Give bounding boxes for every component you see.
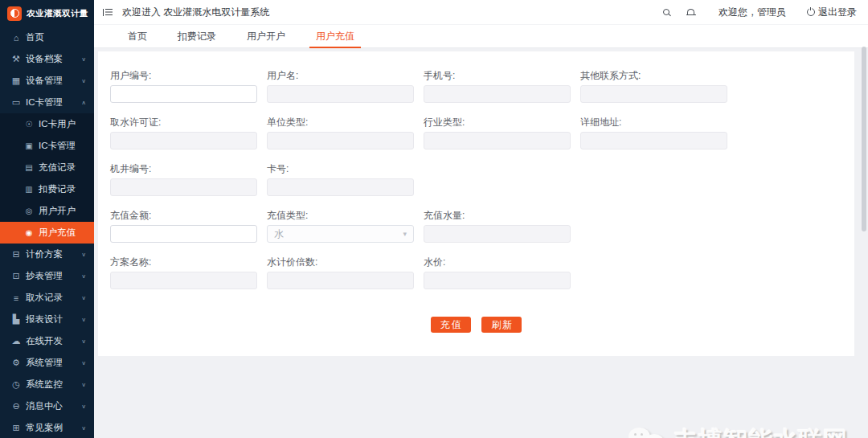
message-icon: ⊖ (10, 401, 22, 411)
sidebar-item-system-manage[interactable]: ⚙ 系统管理 ∨ (0, 352, 94, 374)
field-label: 取水许可证: (110, 116, 257, 125)
field-label: 水价: (424, 256, 571, 265)
submenu-item-deduct-record[interactable]: ▥ 扣费记录 (0, 178, 94, 200)
meter-reading-icon: ⊡ (10, 271, 22, 281)
chevron-down-icon: ∨ (81, 317, 86, 323)
user-greeting: 欢迎您，管理员 (719, 6, 786, 19)
recharge-water-volume-input (424, 225, 571, 243)
user-search-icon: ☉ (23, 120, 35, 129)
bell-icon[interactable] (687, 9, 694, 15)
water-record-icon: ≡ (10, 293, 22, 303)
gear-icon: ⚙ (10, 358, 22, 368)
address-input (580, 132, 727, 149)
sidebar-item-label: 抄表管理 (26, 270, 63, 282)
welcome-text: 欢迎进入 农业灌溉水电双计量系统 (122, 6, 269, 19)
field-label: 用户编号: (110, 69, 257, 79)
content-area: 用户编号: 用户名: 手机号: 其他联系方式: 取水许可证: 单位类型: 行业类… (94, 48, 868, 438)
sidebar-item-pricing-plan[interactable]: ⊟ 计价方案 ∨ (0, 244, 94, 265)
field-label: 单位类型: (267, 116, 414, 125)
sidebar-item-report-design[interactable]: ▙ 报表设计 ∨ (0, 309, 94, 330)
sidebar-item-label: 设备档案 (26, 53, 63, 65)
cases-icon: ⊞ (10, 423, 22, 433)
industry-type-input (424, 132, 571, 149)
sidebar-item-meter-reading[interactable]: ⊡ 抄表管理 ∨ (0, 265, 94, 287)
well-number-input (110, 178, 257, 196)
sidebar-item-online-dev[interactable]: ☁ 在线开发 ∨ (0, 330, 94, 352)
sidebar-item-common-cases[interactable]: ⊞ 常见案例 ∨ (0, 417, 94, 438)
wechat-icon (628, 426, 665, 438)
submenu-item-user-recharge[interactable]: ◉ 用户充值 (0, 222, 94, 244)
user-name-input (267, 85, 414, 103)
submenu-item-label: 用户充值 (39, 227, 76, 239)
recharge-button[interactable]: 充值 (431, 317, 471, 333)
sidebar-item-label: 消息中心 (26, 400, 63, 412)
chevron-down-icon: ∨ (81, 56, 86, 63)
user-number-input[interactable] (110, 85, 257, 103)
top-header: 欢迎进入 农业灌溉水电双计量系统 欢迎您，管理员 退出登录 (94, 0, 868, 24)
field-label: 详细地址: (580, 116, 727, 125)
field-label: 机井编号: (110, 162, 257, 172)
tab-user-recharge[interactable]: 用户充值 (301, 25, 370, 47)
field-label: 充值金额: (110, 209, 257, 219)
sidebar-item-water-record[interactable]: ≡ 取水记录 ∨ (0, 287, 94, 309)
chevron-down-icon: ∨ (81, 252, 86, 258)
other-contact-input (580, 85, 727, 103)
tab-deduct-record[interactable]: 扣费记录 (162, 25, 231, 47)
sidebar: 农业灌溉双计量 ⌂ 首页 ⚒ 设备档案 ∨ ▦ 设备管理 ∨ ▭ IC卡管理 ∧… (0, 0, 94, 438)
sidebar-menu: ⌂ 首页 ⚒ 设备档案 ∨ ▦ 设备管理 ∨ ▭ IC卡管理 ∧ ☉ IC卡用户… (0, 27, 94, 438)
card-manage-icon: ▣ (23, 141, 35, 150)
chevron-down-icon: ∨ (81, 273, 86, 280)
logout-icon (807, 8, 815, 16)
logo-icon (7, 6, 22, 21)
vertical-scrollbar-thumb[interactable] (862, 47, 866, 231)
watermark-text: 丰博智能水联网 (674, 424, 848, 438)
sidebar-item-home[interactable]: ⌂ 首页 (0, 27, 94, 48)
recharge-type-select[interactable]: 水 ▾ (267, 225, 414, 243)
tab-user-open-account[interactable]: 用户开户 (231, 25, 301, 47)
device-manage-icon: ▦ (10, 76, 22, 86)
sidebar-item-label: 取水记录 (26, 292, 63, 304)
sidebar-item-ic-card-manage[interactable]: ▭ IC卡管理 ∧ (0, 92, 94, 113)
chevron-down-icon: ▾ (403, 230, 407, 238)
submenu-item-ic-card-manage[interactable]: ▣ IC卡管理 (0, 135, 94, 157)
sidebar-item-label: 在线开发 (26, 335, 63, 347)
collapse-sidebar-icon[interactable] (103, 9, 113, 16)
device-archive-icon: ⚒ (10, 54, 22, 64)
user-recharge-icon: ◉ (23, 228, 35, 237)
refresh-button[interactable]: 刷新 (481, 317, 522, 333)
sidebar-item-label: 设备管理 (26, 75, 63, 87)
app-logo: 农业灌溉双计量 (0, 0, 94, 27)
chevron-down-icon: ∨ (81, 403, 86, 410)
recharge-amount-input[interactable] (110, 225, 257, 243)
sidebar-item-device-archive[interactable]: ⚒ 设备档案 ∨ (0, 48, 94, 70)
submenu-item-label: IC卡用户 (39, 118, 76, 130)
pricing-plan-icon: ⊟ (10, 249, 22, 260)
search-icon[interactable] (663, 9, 669, 15)
sidebar-item-device-manage[interactable]: ▦ 设备管理 ∨ (0, 70, 94, 92)
sidebar-item-label: 常见案例 (26, 422, 63, 434)
field-label: 水计价倍数: (267, 256, 414, 265)
submenu-item-recharge-record[interactable]: ▤ 充值记录 (0, 157, 94, 178)
card-number-input (267, 178, 414, 196)
chevron-down-icon: ∨ (81, 78, 86, 84)
user-open-icon: ◎ (23, 207, 35, 215)
field-label: 用户名: (267, 69, 414, 79)
field-label: 行业类型: (424, 116, 571, 125)
sidebar-item-message-center[interactable]: ⊖ 消息中心 ∨ (0, 395, 94, 417)
field-label: 充值类型: (267, 209, 414, 219)
chevron-down-icon: ∨ (81, 425, 86, 432)
tab-home[interactable]: 首页 (113, 25, 162, 47)
chevron-down-icon: ∨ (81, 382, 86, 388)
submenu-item-user-open-account[interactable]: ◎ 用户开户 (0, 200, 94, 222)
submenu-item-label: 充值记录 (39, 162, 76, 174)
phone-input (424, 85, 571, 103)
submenu-item-ic-card-user[interactable]: ☉ IC卡用户 (0, 113, 94, 135)
chevron-up-icon: ∧ (81, 100, 86, 106)
plan-name-input (110, 272, 257, 289)
sidebar-item-system-monitor[interactable]: ◷ 系统监控 ∨ (0, 374, 94, 395)
logout-button[interactable]: 退出登录 (807, 6, 857, 19)
home-icon: ⌂ (10, 33, 22, 43)
sidebar-item-label: 计价方案 (26, 248, 63, 260)
sidebar-item-label: 首页 (26, 31, 44, 43)
recharge-form-card: 用户编号: 用户名: 手机号: 其他联系方式: 取水许可证: 单位类型: 行业类… (98, 51, 854, 356)
